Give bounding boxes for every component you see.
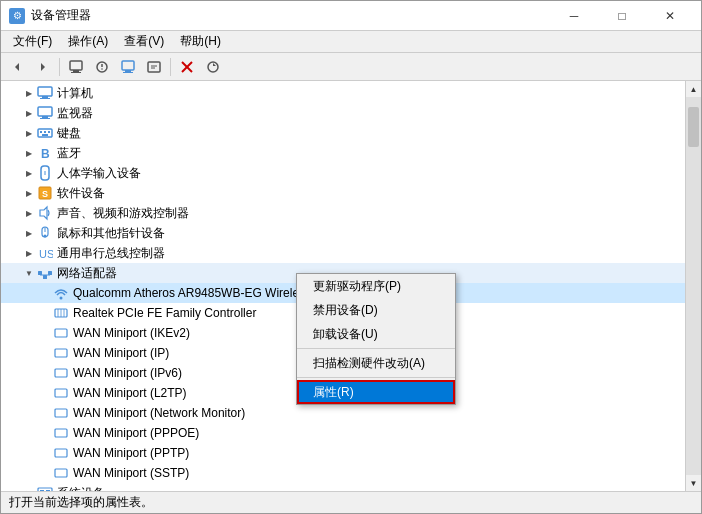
- device-manager-window: ⚙ 设备管理器 ─ □ ✕ 文件(F) 操作(A) 查看(V) 帮助(H): [0, 0, 702, 514]
- svg-marker-34: [40, 207, 47, 219]
- tree-node-system[interactable]: ▶ 系统设备: [1, 483, 685, 491]
- svg-rect-53: [55, 369, 67, 377]
- context-sep-1: [297, 348, 455, 349]
- context-update-driver[interactable]: 更新驱动程序(P): [297, 274, 455, 298]
- tree-node-wan-pptp[interactable]: WAN Miniport (PPTP): [1, 443, 685, 463]
- computer-icon: [37, 85, 53, 101]
- toolbar-btn-1[interactable]: [64, 56, 88, 78]
- tree-node-software[interactable]: ▶ S 软件设备: [1, 183, 685, 203]
- wan-netmon-label: WAN Miniport (Network Monitor): [73, 406, 245, 420]
- svg-rect-51: [55, 329, 67, 337]
- bluetooth-icon: B: [37, 145, 53, 161]
- tree-node-mouse[interactable]: ▶ 鼠标和其他指针设备: [1, 223, 685, 243]
- svg-rect-52: [55, 349, 67, 357]
- sound-icon: [37, 205, 53, 221]
- context-properties[interactable]: 属性(R): [297, 380, 455, 404]
- context-disable-device[interactable]: 禁用设备(D): [297, 298, 455, 322]
- svg-marker-0: [15, 63, 19, 71]
- wifi-icon: [53, 285, 69, 301]
- minimize-button[interactable]: ─: [551, 1, 597, 31]
- expander-computer[interactable]: ▶: [21, 85, 37, 101]
- tree-node-wan-netmon[interactable]: WAN Miniport (Network Monitor): [1, 403, 685, 423]
- expander-mouse[interactable]: ▶: [21, 225, 37, 241]
- svg-rect-57: [55, 449, 67, 457]
- hid-icon: [37, 165, 53, 181]
- realtek-label: Realtek PCIe FE Family Controller: [73, 306, 256, 320]
- tree-node-usb[interactable]: ▶ USB 通用串行总线控制器: [1, 243, 685, 263]
- svg-rect-39: [43, 275, 47, 279]
- realtek-icon: [53, 305, 69, 321]
- wan-ikev2-icon: [53, 325, 69, 341]
- expander-keyboard[interactable]: ▶: [21, 125, 37, 141]
- expander-monitor[interactable]: ▶: [21, 105, 37, 121]
- tree-node-bluetooth[interactable]: ▶ B 蓝牙: [1, 143, 685, 163]
- toolbar-btn-remove[interactable]: [175, 56, 199, 78]
- menu-action[interactable]: 操作(A): [60, 31, 116, 52]
- svg-rect-3: [73, 70, 79, 72]
- svg-point-37: [44, 235, 47, 238]
- expander-bluetooth[interactable]: ▶: [21, 145, 37, 161]
- svg-rect-11: [148, 62, 160, 72]
- toolbar-btn-3[interactable]: [116, 56, 140, 78]
- toolbar-forward[interactable]: [31, 56, 55, 78]
- tree-node-wan-pppoe[interactable]: WAN Miniport (PPPOE): [1, 423, 685, 443]
- expander-sound[interactable]: ▶: [21, 205, 37, 221]
- scroll-thumb[interactable]: [688, 107, 699, 147]
- svg-rect-60: [40, 490, 44, 491]
- wan-ip-icon: [53, 345, 69, 361]
- svg-rect-10: [123, 72, 133, 73]
- expander-system[interactable]: ▶: [21, 485, 37, 491]
- svg-marker-1: [41, 63, 45, 71]
- title-bar-left: ⚙ 设备管理器: [9, 7, 91, 24]
- tree-node-wan-sstp[interactable]: WAN Miniport (SSTP): [1, 463, 685, 483]
- tree-node-keyboard[interactable]: ▶ 键盘: [1, 123, 685, 143]
- toolbar: [1, 53, 701, 81]
- scroll-track[interactable]: [686, 97, 701, 475]
- keyboard-icon: [37, 125, 53, 141]
- wan-ikev2-label: WAN Miniport (IKEv2): [73, 326, 190, 340]
- svg-rect-23: [40, 118, 50, 119]
- context-uninstall-device[interactable]: 卸载设备(U): [297, 322, 455, 346]
- svg-rect-54: [55, 389, 67, 397]
- tree-node-sound[interactable]: ▶ 声音、视频和游戏控制器: [1, 203, 685, 223]
- wan-ipv6-label: WAN Miniport (IPv6): [73, 366, 182, 380]
- scroll-down-btn[interactable]: ▼: [686, 475, 702, 491]
- svg-rect-9: [125, 70, 131, 72]
- svg-rect-58: [55, 469, 67, 477]
- menu-file[interactable]: 文件(F): [5, 31, 60, 52]
- context-scan-hardware[interactable]: 扫描检测硬件改动(A): [297, 351, 455, 375]
- context-sep-2: [297, 377, 455, 378]
- tree-node-monitor[interactable]: ▶ 监视器: [1, 103, 685, 123]
- toolbar-btn-4[interactable]: [142, 56, 166, 78]
- bluetooth-label: 蓝牙: [57, 145, 81, 162]
- svg-rect-19: [42, 96, 48, 98]
- tree-node-computer[interactable]: ▶ 计算机: [1, 83, 685, 103]
- svg-rect-25: [40, 131, 42, 133]
- expander-hid[interactable]: ▶: [21, 165, 37, 181]
- tree-node-hid[interactable]: ▶ 人体学输入设备: [1, 163, 685, 183]
- close-button[interactable]: ✕: [647, 1, 693, 31]
- toolbar-btn-refresh[interactable]: [201, 56, 225, 78]
- svg-rect-26: [44, 131, 46, 133]
- expander-network[interactable]: ▼: [21, 265, 37, 281]
- menu-help[interactable]: 帮助(H): [172, 31, 229, 52]
- menu-view[interactable]: 查看(V): [116, 31, 172, 52]
- scroll-up-btn[interactable]: ▲: [686, 81, 702, 97]
- status-text: 打开当前选择项的属性表。: [9, 494, 153, 511]
- wan-pptp-icon: [53, 445, 69, 461]
- svg-rect-21: [38, 107, 52, 116]
- wan-sstp-icon: [53, 465, 69, 481]
- wan-l2tp-icon: [53, 385, 69, 401]
- window-icon: ⚙: [9, 8, 25, 24]
- window-title: 设备管理器: [31, 7, 91, 24]
- wan-pptp-label: WAN Miniport (PPTP): [73, 446, 189, 460]
- monitor-icon: [37, 105, 53, 121]
- svg-rect-20: [40, 98, 50, 99]
- expander-usb[interactable]: ▶: [21, 245, 37, 261]
- toolbar-separator-1: [59, 58, 60, 76]
- maximize-button[interactable]: □: [599, 1, 645, 31]
- toolbar-back[interactable]: [5, 56, 29, 78]
- expander-software[interactable]: ▶: [21, 185, 37, 201]
- hid-label: 人体学输入设备: [57, 165, 141, 182]
- toolbar-btn-2[interactable]: [90, 56, 114, 78]
